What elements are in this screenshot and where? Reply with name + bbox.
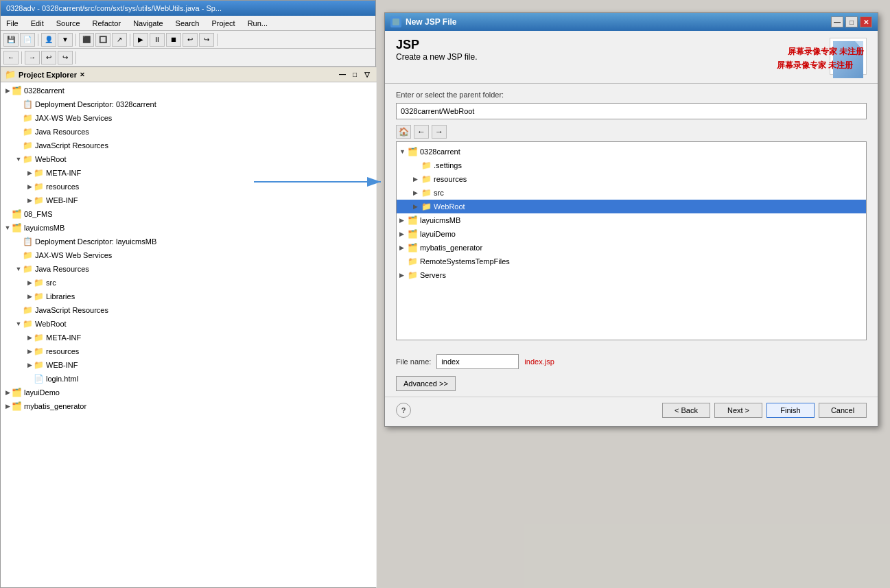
dlg-tree-icon: 🗂️: [408, 215, 418, 225]
filename-input[interactable]: [436, 354, 519, 369]
tree-item[interactable]: ▶📁resources: [1, 180, 377, 193]
tree-item-label: Java Resources: [35, 128, 89, 136]
toolbar-back[interactable]: ↩: [41, 51, 56, 64]
menu-edit[interactable]: Edit: [25, 18, 49, 29]
tree-item[interactable]: ▶📁META-INF: [1, 166, 377, 180]
explorer-menu[interactable]: ▽: [362, 69, 373, 80]
toolbar-btn-2[interactable]: 📄: [20, 33, 35, 47]
menu-file[interactable]: File: [1, 18, 24, 29]
tree-item-icon: 🗂️: [12, 388, 22, 397]
dlg-tree-arrow: ▼: [399, 148, 408, 155]
dlg-tree-item[interactable]: ▶🗂️layuicmsMB: [397, 213, 866, 227]
dlg-tree-item[interactable]: ▼🗂️0328carrent: [397, 145, 866, 158]
tree-item[interactable]: ▶📁WEB-INF: [1, 358, 377, 372]
dlg-tree-icon: 📁: [421, 202, 432, 211]
tree-item[interactable]: ▶🗂️mybatis_generator: [1, 399, 377, 413]
dialog-header: JSP Create a new JSP file. 屏幕录像专家 未注册 En…: [385, 30, 878, 349]
explorer-maximize[interactable]: □: [349, 69, 360, 80]
dlg-tree-item[interactable]: ▶📁WebRoot: [397, 200, 866, 213]
tree-item[interactable]: ▼📁WebRoot: [1, 152, 377, 166]
toolbar-btn-4[interactable]: ▼: [58, 33, 73, 47]
tree-back-btn[interactable]: ←: [414, 125, 429, 139]
tree-item[interactable]: 📋Deployment Descriptor: layuicmsMB: [1, 235, 377, 248]
toolbar-btn-7[interactable]: ↗: [112, 33, 127, 47]
tree-item[interactable]: ▶📁resources: [1, 344, 377, 358]
next-button[interactable]: Next >: [714, 403, 762, 418]
toolbar-btn-5[interactable]: ⬛: [79, 33, 94, 47]
parent-folder-input[interactable]: [396, 103, 867, 119]
tree-item-label: login.html: [46, 375, 78, 383]
dialog-maximize-btn[interactable]: □: [845, 16, 858, 27]
tree-item[interactable]: ▶🗂️0328carrent: [1, 84, 377, 97]
explorer-header-icons: — □ ▽: [337, 69, 373, 80]
tree-item[interactable]: 📋Deployment Descriptor: 0328carrent: [1, 97, 377, 111]
watermark-text: 屏幕录像专家 未注册: [788, 46, 864, 58]
toolbar-sep-6: [75, 51, 76, 64]
menu-refactor[interactable]: Refactor: [87, 18, 127, 29]
dlg-tree-item[interactable]: 📁RemoteSystemsTempFiles: [397, 255, 866, 268]
dlg-tree-item[interactable]: ▶📁Servers: [397, 268, 866, 282]
toolbar-prev[interactable]: ←: [3, 51, 19, 64]
tree-item-icon: 🗂️: [12, 209, 22, 219]
finish-button[interactable]: Finish: [766, 403, 815, 418]
tree-arrow: ▶: [3, 389, 12, 396]
menu-navigate[interactable]: Navigate: [128, 18, 168, 29]
toolbar-sep-2: [75, 34, 76, 46]
tree-item-label: Libraries: [46, 292, 75, 301]
tree-item[interactable]: ▶📁Libraries: [1, 290, 377, 303]
tree-item-label: Deployment Descriptor: layuicmsMB: [35, 237, 156, 246]
toolbar-sep-3: [130, 34, 130, 46]
toolbar-btn-9[interactable]: ⏸: [150, 33, 165, 47]
tree-item[interactable]: ▶🗂️layuiDemo: [1, 386, 377, 399]
tree-fwd-btn[interactable]: →: [432, 125, 447, 139]
dlg-tree-item[interactable]: ▶📁src: [397, 186, 866, 200]
menu-search[interactable]: Search: [170, 18, 205, 29]
tree-item[interactable]: ▶📁WEB-INF: [1, 193, 377, 207]
dlg-tree-arrow: ▶: [413, 189, 421, 196]
tree-item-label: resources: [46, 347, 79, 355]
tree-item[interactable]: 📁JAX-WS Web Services: [1, 111, 377, 125]
tree-item[interactable]: 🗂️08_FMS: [1, 207, 377, 221]
tree-home-btn[interactable]: 🏠: [396, 125, 411, 139]
tree-item[interactable]: ▼🗂️layuicmsMB: [1, 221, 377, 235]
dlg-tree-item[interactable]: ▶📁resources: [397, 172, 866, 186]
tree-item[interactable]: 📁JAX-WS Web Services: [1, 248, 377, 262]
tree-arrow: ▶: [25, 197, 34, 204]
cancel-button[interactable]: Cancel: [819, 403, 867, 418]
toolbar-btn-8[interactable]: ▶: [133, 33, 148, 47]
dlg-tree-label: resources: [434, 175, 467, 183]
tree-arrow: ▼: [14, 156, 23, 163]
toolbar-btn-3[interactable]: 👤: [41, 33, 56, 47]
toolbar-btn-10[interactable]: ⏹: [166, 33, 181, 47]
dlg-tree-item[interactable]: 📁.settings: [397, 158, 866, 172]
tree-item[interactable]: ▶📁src: [1, 276, 377, 290]
tree-item[interactable]: ▶📁META-INF: [1, 331, 377, 344]
toolbar-fwd2[interactable]: ↪: [58, 51, 73, 64]
tree-item-label: 0328carrent: [24, 86, 65, 95]
dialog-close-btn[interactable]: ✕: [860, 16, 872, 27]
toolbar-btn-6[interactable]: 🔲: [95, 33, 110, 47]
tree-item[interactable]: ▼📁WebRoot: [1, 317, 377, 331]
menu-run[interactable]: Run...: [242, 18, 273, 29]
toolbar-btn-11[interactable]: ↩: [183, 33, 198, 47]
tree-item-label: Deployment Descriptor: 0328carrent: [35, 100, 156, 108]
help-button[interactable]: ?: [396, 403, 411, 418]
explorer-minimize[interactable]: —: [337, 69, 348, 80]
advanced-button[interactable]: Advanced >>: [396, 376, 456, 391]
ide-toolbar: 💾 📄 👤 ▼ ⬛ 🔲 ↗ ▶ ⏸ ⏹ ↩ ↪: [1, 31, 375, 49]
toolbar-btn-12[interactable]: ↪: [199, 33, 214, 47]
toolbar-btn-1[interactable]: 💾: [3, 33, 19, 47]
tree-item[interactable]: 📁JavaScript Resources: [1, 139, 377, 152]
menu-project[interactable]: Project: [206, 18, 240, 29]
dlg-tree-icon: 🗂️: [408, 243, 418, 252]
tree-item[interactable]: 📁Java Resources: [1, 125, 377, 139]
back-button[interactable]: < Back: [662, 403, 710, 418]
tree-item[interactable]: ▼📁Java Resources: [1, 262, 377, 276]
dlg-tree-item[interactable]: ▶🗂️layuiDemo: [397, 227, 866, 241]
menu-source[interactable]: Source: [51, 18, 86, 29]
dlg-tree-item[interactable]: ▶🗂️mybatis_generator: [397, 241, 866, 255]
dialog-minimize-btn[interactable]: —: [831, 16, 843, 27]
tree-item[interactable]: 📄login.html: [1, 372, 377, 386]
toolbar-fwd[interactable]: →: [25, 51, 40, 64]
tree-item[interactable]: 📁JavaScript Resources: [1, 303, 377, 317]
